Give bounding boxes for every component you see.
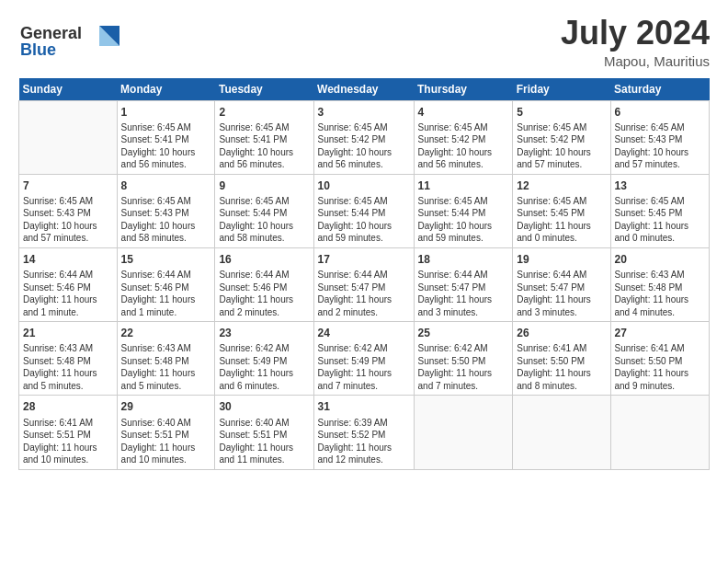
col-wednesday: Wednesday <box>313 78 414 101</box>
day-number: 14 <box>23 252 113 267</box>
day-info: Sunrise: 6:42 AMSunset: 5:50 PMDaylight:… <box>418 342 509 392</box>
day-cell: 5Sunrise: 6:45 AMSunset: 5:42 PMDaylight… <box>513 100 610 174</box>
day-cell: 14Sunrise: 6:44 AMSunset: 5:46 PMDayligh… <box>19 247 118 321</box>
day-info: Sunrise: 6:44 AMSunset: 5:46 PMDaylight:… <box>121 269 211 318</box>
day-info: Sunrise: 6:44 AMSunset: 5:46 PMDaylight:… <box>219 269 309 318</box>
day-cell: 24Sunrise: 6:42 AMSunset: 5:49 PMDayligh… <box>313 322 414 396</box>
day-number: 24 <box>318 326 410 340</box>
day-info: Sunrise: 6:45 AMSunset: 5:44 PMDaylight:… <box>318 195 410 245</box>
day-info: Sunrise: 6:45 AMSunset: 5:43 PMDaylight:… <box>615 121 706 171</box>
day-info: Sunrise: 6:45 AMSunset: 5:43 PMDaylight:… <box>121 195 211 245</box>
day-info: Sunrise: 6:43 AMSunset: 5:48 PMDaylight:… <box>121 342 211 392</box>
day-cell: 28Sunrise: 6:41 AMSunset: 5:51 PMDayligh… <box>19 396 118 469</box>
day-cell: 23Sunrise: 6:42 AMSunset: 5:49 PMDayligh… <box>215 322 313 396</box>
day-info: Sunrise: 6:41 AMSunset: 5:50 PMDaylight:… <box>615 342 706 392</box>
day-info: Sunrise: 6:41 AMSunset: 5:50 PMDaylight:… <box>517 342 606 392</box>
day-number: 30 <box>219 399 309 414</box>
day-cell: 7Sunrise: 6:45 AMSunset: 5:43 PMDaylight… <box>19 174 118 247</box>
day-number: 3 <box>318 105 410 120</box>
day-info: Sunrise: 6:44 AMSunset: 5:47 PMDaylight:… <box>318 269 410 318</box>
day-number: 2 <box>219 105 309 120</box>
day-cell: 3Sunrise: 6:45 AMSunset: 5:42 PMDaylight… <box>313 100 414 174</box>
day-info: Sunrise: 6:45 AMSunset: 5:41 PMDaylight:… <box>121 121 211 171</box>
week-row-3: 14Sunrise: 6:44 AMSunset: 5:46 PMDayligh… <box>19 247 710 321</box>
day-cell: 22Sunrise: 6:43 AMSunset: 5:48 PMDayligh… <box>117 322 215 396</box>
day-cell: 8Sunrise: 6:45 AMSunset: 5:43 PMDaylight… <box>117 174 215 247</box>
day-info: Sunrise: 6:45 AMSunset: 5:42 PMDaylight:… <box>418 121 509 171</box>
col-friday: Friday <box>513 78 610 101</box>
header-row: Sunday Monday Tuesday Wednesday Thursday… <box>19 78 710 101</box>
day-number: 5 <box>517 105 606 120</box>
day-cell <box>414 396 513 469</box>
day-info: Sunrise: 6:43 AMSunset: 5:48 PMDaylight:… <box>615 269 706 318</box>
day-number: 1 <box>121 105 211 120</box>
day-cell: 19Sunrise: 6:44 AMSunset: 5:47 PMDayligh… <box>513 247 610 321</box>
day-cell: 29Sunrise: 6:40 AMSunset: 5:51 PMDayligh… <box>117 396 215 469</box>
day-cell: 16Sunrise: 6:44 AMSunset: 5:46 PMDayligh… <box>215 247 313 321</box>
day-info: Sunrise: 6:45 AMSunset: 5:42 PMDaylight:… <box>517 121 606 171</box>
day-info: Sunrise: 6:45 AMSunset: 5:44 PMDaylight:… <box>418 195 509 245</box>
day-info: Sunrise: 6:42 AMSunset: 5:49 PMDaylight:… <box>219 342 309 392</box>
day-number: 31 <box>318 399 410 414</box>
day-info: Sunrise: 6:41 AMSunset: 5:51 PMDaylight:… <box>23 417 113 466</box>
header: General Blue July 2024 Mapou, Mauritius <box>18 15 710 69</box>
day-cell: 15Sunrise: 6:44 AMSunset: 5:46 PMDayligh… <box>117 247 215 321</box>
day-number: 12 <box>517 178 606 193</box>
week-row-1: 1Sunrise: 6:45 AMSunset: 5:41 PMDaylight… <box>19 100 710 174</box>
day-cell: 27Sunrise: 6:41 AMSunset: 5:50 PMDayligh… <box>610 322 710 396</box>
day-number: 21 <box>23 326 113 340</box>
day-info: Sunrise: 6:45 AMSunset: 5:42 PMDaylight:… <box>318 121 410 171</box>
day-cell: 18Sunrise: 6:44 AMSunset: 5:47 PMDayligh… <box>414 247 513 321</box>
day-cell: 31Sunrise: 6:39 AMSunset: 5:52 PMDayligh… <box>313 396 414 469</box>
day-cell: 25Sunrise: 6:42 AMSunset: 5:50 PMDayligh… <box>414 322 513 396</box>
day-cell: 26Sunrise: 6:41 AMSunset: 5:50 PMDayligh… <box>513 322 610 396</box>
svg-text:General: General <box>20 24 82 42</box>
day-cell: 4Sunrise: 6:45 AMSunset: 5:42 PMDaylight… <box>414 100 513 174</box>
day-info: Sunrise: 6:44 AMSunset: 5:46 PMDaylight:… <box>23 269 113 318</box>
day-number: 23 <box>219 326 309 340</box>
day-number: 16 <box>219 252 309 267</box>
day-cell: 17Sunrise: 6:44 AMSunset: 5:47 PMDayligh… <box>313 247 414 321</box>
day-number: 9 <box>219 178 309 193</box>
day-info: Sunrise: 6:40 AMSunset: 5:51 PMDaylight:… <box>219 417 309 466</box>
day-info: Sunrise: 6:45 AMSunset: 5:44 PMDaylight:… <box>219 195 309 245</box>
location: Mapou, Mauritius <box>561 53 710 69</box>
calendar-table: Sunday Monday Tuesday Wednesday Thursday… <box>18 78 710 470</box>
col-saturday: Saturday <box>610 78 710 101</box>
day-number: 18 <box>418 252 509 267</box>
day-number: 19 <box>517 252 606 267</box>
col-tuesday: Tuesday <box>215 78 313 101</box>
day-number: 27 <box>615 326 706 340</box>
day-info: Sunrise: 6:45 AMSunset: 5:43 PMDaylight:… <box>23 195 113 245</box>
day-cell: 20Sunrise: 6:43 AMSunset: 5:48 PMDayligh… <box>610 247 710 321</box>
day-number: 4 <box>418 105 509 120</box>
day-info: Sunrise: 6:44 AMSunset: 5:47 PMDaylight:… <box>418 269 509 318</box>
week-row-4: 21Sunrise: 6:43 AMSunset: 5:48 PMDayligh… <box>19 322 710 396</box>
day-number: 13 <box>615 178 706 193</box>
day-number: 10 <box>318 178 410 193</box>
day-cell: 12Sunrise: 6:45 AMSunset: 5:45 PMDayligh… <box>513 174 610 247</box>
day-info: Sunrise: 6:45 AMSunset: 5:41 PMDaylight:… <box>219 121 309 171</box>
week-row-2: 7Sunrise: 6:45 AMSunset: 5:43 PMDaylight… <box>19 174 710 247</box>
day-cell: 1Sunrise: 6:45 AMSunset: 5:41 PMDaylight… <box>117 100 215 174</box>
day-number: 26 <box>517 326 606 340</box>
day-number: 22 <box>121 326 211 340</box>
logo-svg: General Blue <box>18 18 119 63</box>
day-cell: 2Sunrise: 6:45 AMSunset: 5:41 PMDaylight… <box>215 100 313 174</box>
col-sunday: Sunday <box>19 78 118 101</box>
day-cell <box>513 396 610 469</box>
col-thursday: Thursday <box>414 78 513 101</box>
day-number: 11 <box>418 178 509 193</box>
day-info: Sunrise: 6:40 AMSunset: 5:51 PMDaylight:… <box>121 417 211 466</box>
day-number: 15 <box>121 252 211 267</box>
day-info: Sunrise: 6:44 AMSunset: 5:47 PMDaylight:… <box>517 269 606 318</box>
calendar-page: General Blue July 2024 Mapou, Mauritius … <box>0 0 728 563</box>
week-row-5: 28Sunrise: 6:41 AMSunset: 5:51 PMDayligh… <box>19 396 710 469</box>
day-cell <box>610 396 710 469</box>
day-info: Sunrise: 6:42 AMSunset: 5:49 PMDaylight:… <box>318 342 410 392</box>
day-info: Sunrise: 6:45 AMSunset: 5:45 PMDaylight:… <box>517 195 606 245</box>
day-cell: 30Sunrise: 6:40 AMSunset: 5:51 PMDayligh… <box>215 396 313 469</box>
day-cell: 10Sunrise: 6:45 AMSunset: 5:44 PMDayligh… <box>313 174 414 247</box>
col-monday: Monday <box>117 78 215 101</box>
day-number: 8 <box>121 178 211 193</box>
